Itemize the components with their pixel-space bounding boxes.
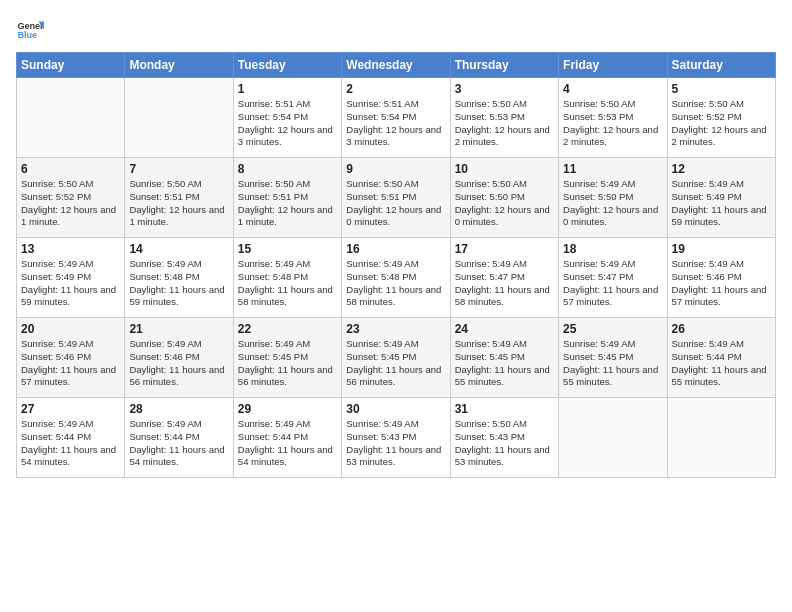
calendar-cell: 20Sunrise: 5:49 AM Sunset: 5:46 PM Dayli… — [17, 318, 125, 398]
calendar-cell: 4Sunrise: 5:50 AM Sunset: 5:53 PM Daylig… — [559, 78, 667, 158]
day-info: Sunrise: 5:50 AM Sunset: 5:51 PM Dayligh… — [129, 178, 228, 229]
day-info: Sunrise: 5:49 AM Sunset: 5:48 PM Dayligh… — [129, 258, 228, 309]
calendar-cell: 13Sunrise: 5:49 AM Sunset: 5:49 PM Dayli… — [17, 238, 125, 318]
day-info: Sunrise: 5:49 AM Sunset: 5:45 PM Dayligh… — [238, 338, 337, 389]
calendar-cell: 17Sunrise: 5:49 AM Sunset: 5:47 PM Dayli… — [450, 238, 558, 318]
calendar-week-4: 20Sunrise: 5:49 AM Sunset: 5:46 PM Dayli… — [17, 318, 776, 398]
day-info: Sunrise: 5:50 AM Sunset: 5:50 PM Dayligh… — [455, 178, 554, 229]
calendar-week-2: 6Sunrise: 5:50 AM Sunset: 5:52 PM Daylig… — [17, 158, 776, 238]
day-number: 18 — [563, 242, 662, 256]
weekday-header-friday: Friday — [559, 53, 667, 78]
calendar-header: SundayMondayTuesdayWednesdayThursdayFrid… — [17, 53, 776, 78]
calendar-cell: 24Sunrise: 5:49 AM Sunset: 5:45 PM Dayli… — [450, 318, 558, 398]
day-number: 20 — [21, 322, 120, 336]
day-info: Sunrise: 5:49 AM Sunset: 5:48 PM Dayligh… — [238, 258, 337, 309]
day-number: 4 — [563, 82, 662, 96]
day-number: 9 — [346, 162, 445, 176]
day-number: 6 — [21, 162, 120, 176]
calendar-cell — [125, 78, 233, 158]
calendar-cell: 22Sunrise: 5:49 AM Sunset: 5:45 PM Dayli… — [233, 318, 341, 398]
day-number: 2 — [346, 82, 445, 96]
calendar-cell: 1Sunrise: 5:51 AM Sunset: 5:54 PM Daylig… — [233, 78, 341, 158]
day-number: 31 — [455, 402, 554, 416]
day-info: Sunrise: 5:51 AM Sunset: 5:54 PM Dayligh… — [346, 98, 445, 149]
day-number: 28 — [129, 402, 228, 416]
logo: General Blue — [16, 16, 44, 44]
day-number: 11 — [563, 162, 662, 176]
day-info: Sunrise: 5:49 AM Sunset: 5:44 PM Dayligh… — [672, 338, 771, 389]
calendar-cell: 3Sunrise: 5:50 AM Sunset: 5:53 PM Daylig… — [450, 78, 558, 158]
day-info: Sunrise: 5:49 AM Sunset: 5:46 PM Dayligh… — [672, 258, 771, 309]
calendar-cell: 30Sunrise: 5:49 AM Sunset: 5:43 PM Dayli… — [342, 398, 450, 478]
calendar-cell: 19Sunrise: 5:49 AM Sunset: 5:46 PM Dayli… — [667, 238, 775, 318]
calendar-cell: 14Sunrise: 5:49 AM Sunset: 5:48 PM Dayli… — [125, 238, 233, 318]
calendar-cell: 31Sunrise: 5:50 AM Sunset: 5:43 PM Dayli… — [450, 398, 558, 478]
day-number: 12 — [672, 162, 771, 176]
day-info: Sunrise: 5:49 AM Sunset: 5:44 PM Dayligh… — [238, 418, 337, 469]
calendar-week-3: 13Sunrise: 5:49 AM Sunset: 5:49 PM Dayli… — [17, 238, 776, 318]
day-number: 22 — [238, 322, 337, 336]
day-info: Sunrise: 5:49 AM Sunset: 5:45 PM Dayligh… — [563, 338, 662, 389]
day-info: Sunrise: 5:49 AM Sunset: 5:44 PM Dayligh… — [21, 418, 120, 469]
day-number: 27 — [21, 402, 120, 416]
calendar-cell: 5Sunrise: 5:50 AM Sunset: 5:52 PM Daylig… — [667, 78, 775, 158]
calendar-body: 1Sunrise: 5:51 AM Sunset: 5:54 PM Daylig… — [17, 78, 776, 478]
weekday-header-row: SundayMondayTuesdayWednesdayThursdayFrid… — [17, 53, 776, 78]
day-info: Sunrise: 5:50 AM Sunset: 5:53 PM Dayligh… — [563, 98, 662, 149]
weekday-header-sunday: Sunday — [17, 53, 125, 78]
day-number: 19 — [672, 242, 771, 256]
calendar-cell: 29Sunrise: 5:49 AM Sunset: 5:44 PM Dayli… — [233, 398, 341, 478]
weekday-header-thursday: Thursday — [450, 53, 558, 78]
calendar-cell: 11Sunrise: 5:49 AM Sunset: 5:50 PM Dayli… — [559, 158, 667, 238]
day-info: Sunrise: 5:49 AM Sunset: 5:46 PM Dayligh… — [129, 338, 228, 389]
calendar-cell: 26Sunrise: 5:49 AM Sunset: 5:44 PM Dayli… — [667, 318, 775, 398]
calendar-cell: 7Sunrise: 5:50 AM Sunset: 5:51 PM Daylig… — [125, 158, 233, 238]
day-number: 7 — [129, 162, 228, 176]
calendar-cell: 28Sunrise: 5:49 AM Sunset: 5:44 PM Dayli… — [125, 398, 233, 478]
day-number: 5 — [672, 82, 771, 96]
day-info: Sunrise: 5:49 AM Sunset: 5:46 PM Dayligh… — [21, 338, 120, 389]
svg-text:Blue: Blue — [17, 30, 37, 40]
day-number: 13 — [21, 242, 120, 256]
day-info: Sunrise: 5:50 AM Sunset: 5:51 PM Dayligh… — [346, 178, 445, 229]
day-number: 8 — [238, 162, 337, 176]
day-info: Sunrise: 5:49 AM Sunset: 5:44 PM Dayligh… — [129, 418, 228, 469]
calendar-week-5: 27Sunrise: 5:49 AM Sunset: 5:44 PM Dayli… — [17, 398, 776, 478]
day-number: 24 — [455, 322, 554, 336]
day-info: Sunrise: 5:50 AM Sunset: 5:52 PM Dayligh… — [21, 178, 120, 229]
day-info: Sunrise: 5:49 AM Sunset: 5:50 PM Dayligh… — [563, 178, 662, 229]
calendar-cell: 23Sunrise: 5:49 AM Sunset: 5:45 PM Dayli… — [342, 318, 450, 398]
day-info: Sunrise: 5:49 AM Sunset: 5:45 PM Dayligh… — [346, 338, 445, 389]
day-number: 21 — [129, 322, 228, 336]
day-number: 26 — [672, 322, 771, 336]
calendar-cell: 8Sunrise: 5:50 AM Sunset: 5:51 PM Daylig… — [233, 158, 341, 238]
logo-icon: General Blue — [16, 16, 44, 44]
day-info: Sunrise: 5:49 AM Sunset: 5:47 PM Dayligh… — [455, 258, 554, 309]
day-number: 30 — [346, 402, 445, 416]
day-number: 14 — [129, 242, 228, 256]
day-info: Sunrise: 5:50 AM Sunset: 5:52 PM Dayligh… — [672, 98, 771, 149]
day-number: 3 — [455, 82, 554, 96]
calendar-cell: 12Sunrise: 5:49 AM Sunset: 5:49 PM Dayli… — [667, 158, 775, 238]
weekday-header-tuesday: Tuesday — [233, 53, 341, 78]
day-info: Sunrise: 5:50 AM Sunset: 5:51 PM Dayligh… — [238, 178, 337, 229]
day-info: Sunrise: 5:50 AM Sunset: 5:43 PM Dayligh… — [455, 418, 554, 469]
day-number: 25 — [563, 322, 662, 336]
calendar-cell: 21Sunrise: 5:49 AM Sunset: 5:46 PM Dayli… — [125, 318, 233, 398]
calendar-cell: 25Sunrise: 5:49 AM Sunset: 5:45 PM Dayli… — [559, 318, 667, 398]
calendar-cell: 6Sunrise: 5:50 AM Sunset: 5:52 PM Daylig… — [17, 158, 125, 238]
day-info: Sunrise: 5:49 AM Sunset: 5:43 PM Dayligh… — [346, 418, 445, 469]
calendar-cell: 10Sunrise: 5:50 AM Sunset: 5:50 PM Dayli… — [450, 158, 558, 238]
day-number: 16 — [346, 242, 445, 256]
calendar-cell — [559, 398, 667, 478]
calendar-week-1: 1Sunrise: 5:51 AM Sunset: 5:54 PM Daylig… — [17, 78, 776, 158]
weekday-header-monday: Monday — [125, 53, 233, 78]
day-info: Sunrise: 5:49 AM Sunset: 5:49 PM Dayligh… — [672, 178, 771, 229]
day-info: Sunrise: 5:49 AM Sunset: 5:49 PM Dayligh… — [21, 258, 120, 309]
calendar-table: SundayMondayTuesdayWednesdayThursdayFrid… — [16, 52, 776, 478]
day-info: Sunrise: 5:49 AM Sunset: 5:48 PM Dayligh… — [346, 258, 445, 309]
day-number: 10 — [455, 162, 554, 176]
day-number: 1 — [238, 82, 337, 96]
header: General Blue — [16, 16, 776, 44]
day-info: Sunrise: 5:51 AM Sunset: 5:54 PM Dayligh… — [238, 98, 337, 149]
